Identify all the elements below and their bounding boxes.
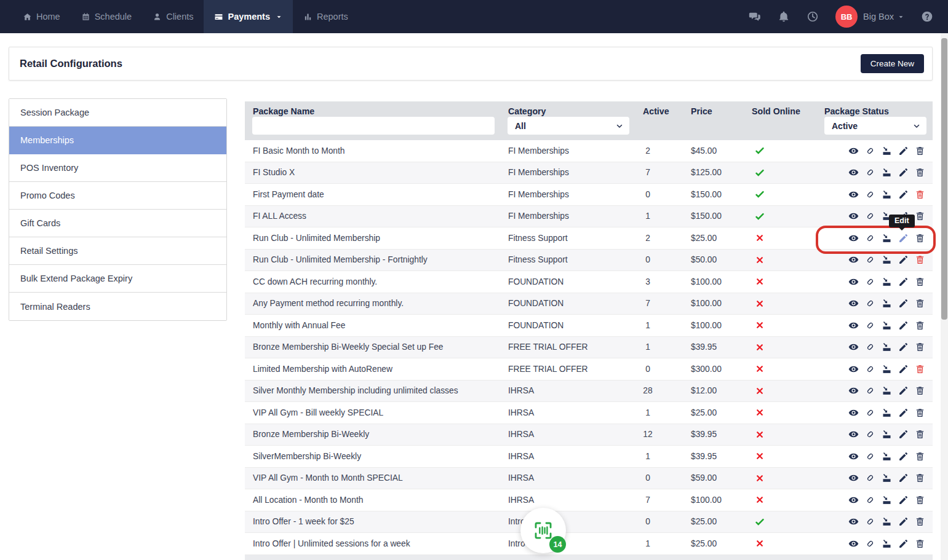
- view-button[interactable]: [848, 429, 859, 440]
- bell-icon[interactable]: [778, 10, 790, 23]
- package-name-search-input[interactable]: [252, 117, 495, 135]
- sell-button[interactable]: [882, 254, 892, 265]
- delete-button[interactable]: [915, 495, 925, 505]
- nav-item-payments[interactable]: Payments: [204, 0, 293, 33]
- delete-button[interactable]: [915, 189, 925, 200]
- sidebar-item-pos-inventory[interactable]: POS Inventory: [9, 154, 226, 182]
- edit-button[interactable]: [898, 364, 909, 374]
- sidebar-item-bulk-extend-package-expiry[interactable]: Bulk Extend Package Expiry: [9, 265, 226, 293]
- delete-button[interactable]: [915, 451, 925, 462]
- copy-link-button[interactable]: [865, 364, 875, 374]
- copy-link-button[interactable]: [865, 277, 875, 287]
- sell-button[interactable]: [882, 495, 892, 505]
- delete-button[interactable]: [915, 342, 925, 352]
- copy-link-button[interactable]: [865, 495, 875, 505]
- view-button[interactable]: [848, 473, 859, 483]
- edit-button[interactable]: [898, 146, 909, 156]
- sidebar-item-retail-settings[interactable]: Retail Settings: [9, 237, 226, 265]
- view-button[interactable]: [848, 254, 859, 265]
- delete-button[interactable]: [915, 473, 925, 483]
- delete-button[interactable]: [915, 298, 925, 309]
- copy-link-button[interactable]: [865, 211, 875, 221]
- copy-link-button[interactable]: [865, 473, 875, 483]
- category-select[interactable]: All: [508, 117, 629, 135]
- edit-button[interactable]: [898, 408, 909, 418]
- delete-button[interactable]: [915, 516, 925, 527]
- sell-button[interactable]: [882, 342, 892, 352]
- sell-button[interactable]: [882, 538, 892, 549]
- sell-button[interactable]: [882, 516, 892, 527]
- scrollbar-thumb[interactable]: [941, 38, 947, 320]
- copy-link-button[interactable]: [865, 342, 875, 352]
- sell-button[interactable]: [882, 408, 892, 418]
- delete-button[interactable]: [915, 211, 925, 221]
- sell-button[interactable]: [882, 146, 892, 156]
- delete-button[interactable]: [915, 277, 925, 287]
- barcode-scan-button[interactable]: 14: [520, 508, 566, 553]
- delete-button[interactable]: [915, 254, 925, 265]
- view-button[interactable]: [848, 320, 859, 331]
- nav-item-clients[interactable]: Clients: [142, 0, 204, 33]
- copy-link-button[interactable]: [865, 254, 875, 265]
- account-menu[interactable]: Big Box: [863, 12, 904, 22]
- view-button[interactable]: [848, 516, 859, 527]
- sidebar-item-gift-cards[interactable]: Gift Cards: [9, 210, 226, 237]
- view-button[interactable]: [848, 451, 859, 462]
- edit-button[interactable]: [898, 277, 909, 287]
- edit-button[interactable]: [898, 516, 909, 527]
- view-button[interactable]: [848, 167, 859, 178]
- view-button[interactable]: [848, 277, 859, 287]
- view-button[interactable]: [848, 211, 859, 221]
- sell-button[interactable]: [882, 364, 892, 374]
- delete-button[interactable]: [915, 538, 925, 549]
- sell-button[interactable]: [882, 451, 892, 462]
- view-button[interactable]: [848, 342, 859, 352]
- nav-item-reports[interactable]: Reports: [293, 0, 359, 33]
- copy-link-button[interactable]: [865, 538, 875, 549]
- view-button[interactable]: [848, 189, 859, 200]
- copy-link-button[interactable]: [865, 451, 875, 462]
- sell-button[interactable]: [882, 233, 892, 243]
- copy-link-button[interactable]: [865, 146, 875, 156]
- edit-button[interactable]: [898, 495, 909, 505]
- edit-button[interactable]: [898, 429, 909, 440]
- edit-button[interactable]: [898, 538, 909, 549]
- delete-button[interactable]: [915, 146, 925, 156]
- edit-button[interactable]: [898, 233, 909, 243]
- view-button[interactable]: [848, 408, 859, 418]
- copy-link-button[interactable]: [865, 429, 875, 440]
- sidebar-item-terminal-readers[interactable]: Terminal Readers: [9, 293, 226, 320]
- edit-button[interactable]: [898, 254, 909, 265]
- delete-button[interactable]: [915, 385, 925, 396]
- view-button[interactable]: [848, 385, 859, 396]
- sell-button[interactable]: [882, 473, 892, 483]
- delete-button[interactable]: [915, 408, 925, 418]
- clock-icon[interactable]: [807, 10, 819, 23]
- sidebar-item-promo-codes[interactable]: Promo Codes: [9, 182, 226, 210]
- delete-button[interactable]: [915, 320, 925, 331]
- view-button[interactable]: [848, 364, 859, 374]
- avatar[interactable]: BB: [835, 6, 858, 28]
- help-icon[interactable]: [921, 10, 933, 23]
- sidebar-item-memberships[interactable]: Memberships: [9, 127, 226, 154]
- nav-item-home[interactable]: Home: [12, 0, 71, 33]
- sell-button[interactable]: [882, 429, 892, 440]
- delete-button[interactable]: [915, 364, 925, 374]
- nav-item-schedule[interactable]: Schedule: [71, 0, 142, 33]
- edit-button[interactable]: [898, 451, 909, 462]
- sell-button[interactable]: [882, 320, 892, 331]
- sell-button[interactable]: [882, 385, 892, 396]
- copy-link-button[interactable]: [865, 189, 875, 200]
- copy-link-button[interactable]: [865, 167, 875, 178]
- view-button[interactable]: [848, 233, 859, 243]
- edit-button[interactable]: [898, 167, 909, 178]
- delete-button[interactable]: [915, 233, 925, 243]
- copy-link-button[interactable]: [865, 233, 875, 243]
- copy-link-button[interactable]: [865, 385, 875, 396]
- view-button[interactable]: [848, 146, 859, 156]
- delete-button[interactable]: [915, 167, 925, 178]
- delete-button[interactable]: [915, 429, 925, 440]
- sell-button[interactable]: [882, 277, 892, 287]
- sell-button[interactable]: [882, 167, 892, 178]
- sell-button[interactable]: [882, 189, 892, 200]
